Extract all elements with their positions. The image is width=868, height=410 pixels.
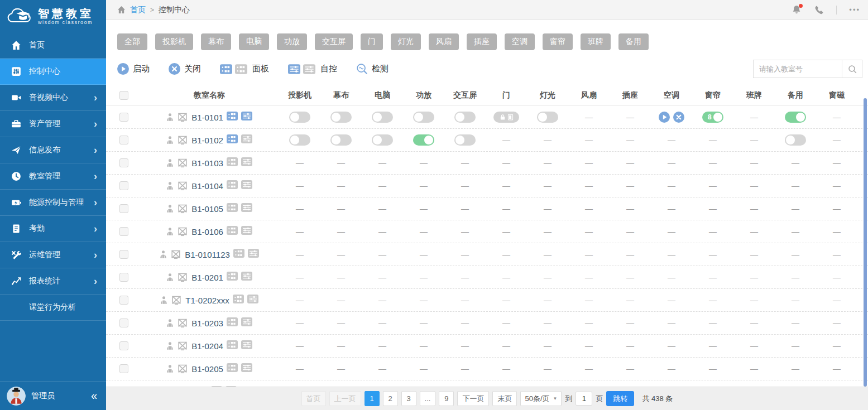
projector-toggle-off[interactable]: [289, 112, 310, 123]
row-checkbox[interactable]: [119, 341, 128, 350]
jump-button[interactable]: 跳转: [606, 391, 634, 406]
room-name[interactable]: B1-0105: [191, 204, 223, 214]
light-toggle-off[interactable]: [537, 112, 558, 123]
filter-button-10[interactable]: 空调: [505, 33, 535, 50]
room-panel-icon[interactable]: [227, 180, 238, 191]
room-control-icon[interactable]: [241, 112, 252, 123]
panel-toggle-group[interactable]: 面板: [220, 64, 269, 74]
sidebar-item-8[interactable]: 运维管理›: [0, 242, 106, 268]
sidebar-item-7[interactable]: 考勤›: [0, 216, 106, 242]
room-panel-icon[interactable]: [227, 317, 238, 329]
filter-button-7[interactable]: 灯光: [391, 33, 421, 50]
backup-toggle-off[interactable]: [785, 134, 806, 146]
row-checkbox[interactable]: [119, 158, 128, 167]
room-name[interactable]: B1-0102: [191, 136, 223, 145]
room-panel-icon[interactable]: [227, 272, 238, 283]
pagination-first[interactable]: 首页: [301, 391, 326, 406]
autocontrol-on-icon[interactable]: [288, 64, 300, 74]
pagination-page-2[interactable]: 2: [383, 391, 398, 406]
row-checkbox[interactable]: [119, 227, 128, 236]
room-search-input[interactable]: [754, 65, 842, 73]
room-name[interactable]: B1-0103: [191, 158, 223, 168]
aircon-stop-icon[interactable]: [673, 112, 684, 123]
sidebar-item-4[interactable]: 信息发布›: [0, 137, 106, 163]
room-control-icon[interactable]: [241, 272, 252, 283]
room-control-icon[interactable]: [241, 363, 252, 374]
more-menu-icon[interactable]: •••: [849, 6, 860, 14]
filter-button-12[interactable]: 班牌: [581, 33, 611, 50]
filter-button-4[interactable]: 功放: [277, 33, 307, 50]
backup-toggle-on[interactable]: [785, 112, 806, 123]
curtain-toggle-on[interactable]: 8: [702, 112, 723, 123]
pagination-ellipsis[interactable]: ...: [420, 391, 436, 406]
room-name[interactable]: B1-0203: [191, 319, 223, 328]
room-panel-icon[interactable]: [233, 249, 244, 260]
row-checkbox[interactable]: [119, 364, 128, 373]
door-lock-control[interactable]: [493, 112, 519, 123]
room-control-icon[interactable]: [241, 180, 252, 191]
amplifier-toggle-off[interactable]: [413, 112, 434, 123]
filter-button-6[interactable]: 门: [361, 33, 383, 50]
search-icon[interactable]: [842, 60, 862, 78]
phone-icon[interactable]: [814, 5, 824, 15]
sidebar-item-2[interactable]: 音视频中心›: [0, 85, 106, 111]
filter-button-11[interactable]: 窗帘: [543, 33, 573, 50]
collapse-sidebar-icon[interactable]: «: [91, 389, 97, 402]
row-checkbox[interactable]: [119, 113, 128, 122]
room-name[interactable]: B1-0204: [191, 341, 223, 351]
room-control-icon[interactable]: [241, 203, 252, 214]
room-panel-icon[interactable]: [227, 340, 238, 351]
sidebar-item-1[interactable]: 控制中心: [0, 59, 106, 85]
room-panel-icon[interactable]: [227, 157, 238, 168]
pagination-page-3[interactable]: 3: [401, 391, 416, 406]
room-name[interactable]: B1-0205: [191, 364, 223, 374]
pc-toggle-off[interactable]: [372, 112, 393, 123]
filter-button-9[interactable]: 插座: [467, 33, 497, 50]
filter-button-2[interactable]: 幕布: [201, 33, 231, 50]
room-control-icon[interactable]: [241, 134, 252, 146]
projector-toggle-off[interactable]: [289, 134, 310, 146]
start-button[interactable]: 启动: [117, 63, 150, 75]
page-size-select[interactable]: 50条/页 ▼: [520, 391, 562, 406]
breadcrumb-home-link[interactable]: 首页: [130, 5, 146, 15]
filter-button-1[interactable]: 投影机: [155, 33, 193, 50]
room-name[interactable]: B1-0201: [191, 273, 223, 282]
room-name[interactable]: B1-0104: [191, 181, 223, 191]
pagination-prev[interactable]: 上一页: [329, 391, 361, 406]
close-button[interactable]: 关闭: [169, 63, 201, 75]
vertical-scrollbar[interactable]: [864, 98, 867, 387]
row-checkbox[interactable]: [119, 273, 128, 282]
notification-bell-icon[interactable]: [792, 5, 802, 15]
filter-button-3[interactable]: 电脑: [239, 33, 269, 50]
room-control-icon[interactable]: [241, 317, 252, 329]
goto-page-input[interactable]: [576, 392, 592, 406]
room-control-icon[interactable]: [241, 226, 252, 237]
pagination-page-1[interactable]: 1: [365, 391, 380, 406]
room-control-icon[interactable]: [241, 157, 252, 168]
panel-off-icon[interactable]: [235, 64, 247, 74]
row-checkbox[interactable]: [119, 136, 128, 144]
autocontrol-off-icon[interactable]: [303, 64, 315, 74]
row-checkbox[interactable]: [119, 181, 128, 190]
sidebar-item-10[interactable]: 课堂行为分析: [0, 295, 106, 321]
row-checkbox[interactable]: [119, 250, 128, 259]
filter-button-13[interactable]: 备用: [618, 33, 649, 50]
room-control-icon[interactable]: [247, 295, 258, 306]
avatar[interactable]: [7, 387, 26, 406]
room-control-icon[interactable]: [248, 249, 259, 260]
row-checkbox[interactable]: [119, 296, 128, 305]
filter-button-8[interactable]: 风扇: [429, 33, 459, 50]
sidebar-item-3[interactable]: 资产管理›: [0, 111, 106, 137]
pagination-last[interactable]: 末页: [492, 391, 517, 406]
select-all-checkbox[interactable]: [119, 91, 128, 100]
sidebar-item-9[interactable]: 报表统计›: [0, 268, 106, 295]
amplifier-toggle-on[interactable]: [413, 134, 434, 146]
room-panel-icon[interactable]: [227, 134, 238, 146]
room-panel-icon[interactable]: [233, 295, 244, 306]
room-panel-icon[interactable]: [227, 203, 238, 214]
aircon-start-icon[interactable]: [659, 112, 670, 123]
pc-toggle-off[interactable]: [372, 134, 393, 146]
room-panel-icon[interactable]: [227, 226, 238, 237]
filter-button-5[interactable]: 交互屏: [315, 33, 353, 50]
autocontrol-toggle-group[interactable]: 自控: [288, 64, 337, 74]
